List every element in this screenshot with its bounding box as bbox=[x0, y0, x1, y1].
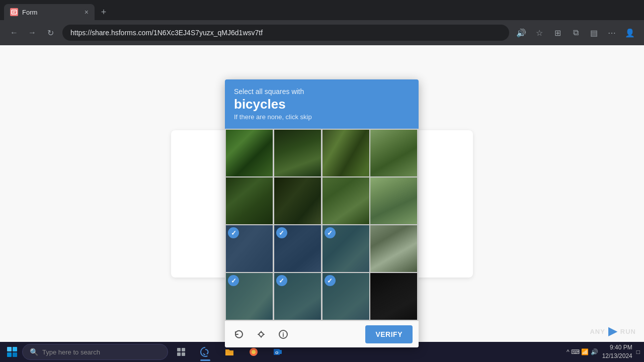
extensions-button[interactable]: ⊞ bbox=[549, 25, 566, 41]
browser-chrome: Form × + ← → ↻ 🔊 ☆ ⊞ ⧉ ▤ ⋯ 👤 bbox=[0, 0, 644, 45]
notification-icon[interactable]: □ bbox=[636, 348, 640, 355]
captcha-cell-r3c1[interactable]: ✓ bbox=[226, 225, 273, 272]
new-tab-button[interactable]: + bbox=[97, 5, 111, 19]
check-icon-r4c1: ✓ bbox=[228, 275, 239, 286]
windows-logo-icon bbox=[7, 347, 17, 357]
tab-bar: Form × + bbox=[0, 0, 644, 20]
captcha-header: Select all squares with bicycles If ther… bbox=[225, 79, 419, 129]
toolbar-buttons: 🔊 ☆ ⊞ ⧉ ▤ ⋯ 👤 bbox=[513, 25, 638, 41]
anyrun-text2: RUN bbox=[620, 328, 636, 335]
captcha-verify-button[interactable]: VERIFY bbox=[365, 325, 413, 343]
address-bar-input[interactable] bbox=[62, 25, 509, 41]
captcha-cell-r2c1[interactable] bbox=[226, 177, 273, 224]
svg-rect-9 bbox=[177, 352, 181, 356]
captcha-cell-r1c4[interactable] bbox=[370, 130, 417, 176]
captcha-cell-r3c4[interactable] bbox=[370, 225, 417, 272]
anyrun-arrow-icon: ▶ bbox=[608, 325, 617, 338]
captcha-cell-r1c2[interactable] bbox=[274, 130, 321, 176]
captcha-cell-r1c3[interactable] bbox=[323, 130, 369, 176]
check-icon-r3c2: ✓ bbox=[276, 227, 287, 238]
start-button[interactable] bbox=[4, 344, 20, 360]
captcha-dialog: Select all squares with bicycles If ther… bbox=[225, 79, 419, 347]
taskbar-search-bar[interactable]: 🔍 Type here to search bbox=[22, 344, 168, 360]
captcha-cell-r2c4[interactable] bbox=[370, 177, 417, 224]
captcha-footer-buttons: i bbox=[231, 326, 291, 342]
captcha-cell-r2c3[interactable] bbox=[323, 177, 369, 224]
anyrun-watermark: ANY ▶ RUN bbox=[590, 325, 636, 338]
svg-point-12 bbox=[252, 350, 256, 354]
favorites-button[interactable]: ☆ bbox=[531, 25, 547, 41]
check-icon-r3c3: ✓ bbox=[325, 227, 336, 238]
forward-button[interactable]: → bbox=[24, 25, 40, 41]
check-icon-r4c3: ✓ bbox=[325, 275, 336, 286]
tab-title: Form bbox=[22, 9, 37, 16]
taskbar-edge-app[interactable] bbox=[194, 342, 216, 362]
system-tray: ^ ⌨ 📶 🔊 9:40 PM 12/13/2024 □ bbox=[567, 343, 640, 360]
captcha-image-grid: ✓ ✓ ✓ ✓ bbox=[225, 129, 419, 321]
page-content: Verify you a protected by reCAPTCHA Priv… bbox=[0, 45, 644, 362]
captcha-cell-r3c2[interactable]: ✓ bbox=[274, 225, 321, 272]
svg-text:i: i bbox=[282, 331, 284, 338]
active-tab[interactable]: Form × bbox=[4, 4, 95, 20]
captcha-cell-r4c2[interactable]: ✓ bbox=[274, 273, 321, 320]
collections-button[interactable]: ▤ bbox=[586, 25, 602, 41]
address-bar-row: ← → ↻ 🔊 ☆ ⊞ ⧉ ▤ ⋯ 👤 bbox=[0, 20, 644, 45]
check-icon-r3c1: ✓ bbox=[228, 227, 239, 238]
captcha-refresh-button[interactable] bbox=[231, 326, 247, 342]
taskbar-task-view[interactable] bbox=[170, 342, 192, 362]
check-icon-r4c2: ✓ bbox=[276, 275, 287, 286]
svg-point-4 bbox=[259, 332, 263, 336]
captcha-instruction-hint: If there are none, click skip bbox=[234, 113, 410, 121]
split-button[interactable]: ⧉ bbox=[568, 25, 584, 41]
captcha-cell-r1c1[interactable] bbox=[226, 130, 273, 176]
back-button[interactable]: ← bbox=[6, 25, 22, 41]
svg-text:O: O bbox=[275, 350, 278, 355]
svg-rect-0 bbox=[12, 10, 17, 14]
captcha-cell-r4c3[interactable]: ✓ bbox=[323, 273, 369, 320]
svg-rect-7 bbox=[177, 348, 181, 351]
captcha-cell-r3c3[interactable]: ✓ bbox=[323, 225, 369, 272]
read-aloud-button[interactable]: 🔊 bbox=[513, 25, 529, 41]
taskbar-search-icon: 🔍 bbox=[30, 348, 38, 356]
svg-rect-10 bbox=[182, 352, 185, 356]
refresh-button[interactable]: ↻ bbox=[42, 25, 58, 41]
anyrun-text: ANY bbox=[590, 328, 605, 335]
tray-icons: ^ ⌨ 📶 🔊 bbox=[567, 348, 598, 355]
captcha-footer: i VERIFY bbox=[225, 321, 419, 347]
taskbar-clock[interactable]: 9:40 PM 12/13/2024 bbox=[602, 343, 632, 360]
tab-favicon bbox=[10, 8, 18, 16]
captcha-audio-button[interactable] bbox=[253, 326, 269, 342]
captcha-cell-r4c1[interactable]: ✓ bbox=[226, 273, 273, 320]
captcha-info-button[interactable]: i bbox=[275, 326, 291, 342]
more-button[interactable]: ⋯ bbox=[604, 25, 620, 41]
svg-rect-8 bbox=[182, 348, 185, 351]
nav-buttons: ← → ↻ bbox=[6, 25, 58, 41]
captcha-instruction-main: bicycles bbox=[234, 97, 410, 112]
taskbar-search-placeholder: Type here to search bbox=[42, 348, 100, 356]
captcha-cell-r4c4[interactable] bbox=[370, 273, 417, 320]
captcha-cell-r2c2[interactable] bbox=[274, 177, 321, 224]
captcha-instruction-sub: Select all squares with bbox=[234, 87, 410, 96]
profile-button[interactable]: 👤 bbox=[622, 25, 638, 41]
tab-close-button[interactable]: × bbox=[85, 8, 89, 16]
